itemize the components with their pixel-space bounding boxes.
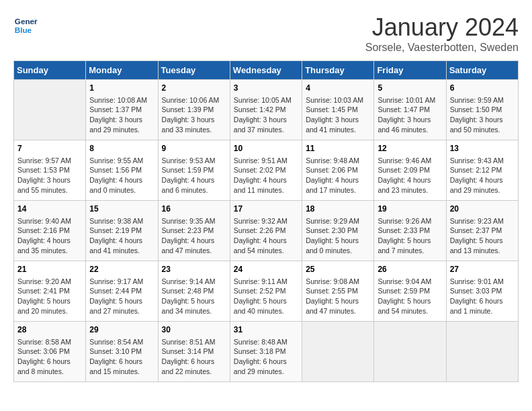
day-info: Sunrise: 9:04 AM Sunset: 2:59 PM Dayligh…: [378, 277, 442, 316]
day-info: Sunrise: 9:08 AM Sunset: 2:55 PM Dayligh…: [306, 277, 370, 316]
day-info: Sunrise: 9:40 AM Sunset: 2:16 PM Dayligh…: [17, 216, 82, 256]
svg-text:Blue: Blue: [15, 26, 32, 34]
header-friday: Friday: [374, 61, 446, 80]
day-info: Sunrise: 9:38 AM Sunset: 2:19 PM Dayligh…: [89, 216, 154, 256]
day-cell: 31Sunrise: 8:48 AM Sunset: 3:18 PM Dayli…: [230, 322, 302, 382]
day-cell: 29Sunrise: 8:54 AM Sunset: 3:10 PM Dayli…: [86, 322, 158, 382]
day-cell: 18Sunrise: 9:29 AM Sunset: 2:30 PM Dayli…: [302, 201, 374, 261]
day-info: Sunrise: 9:20 AM Sunset: 2:41 PM Dayligh…: [17, 277, 82, 316]
day-cell: 25Sunrise: 9:08 AM Sunset: 2:55 PM Dayli…: [302, 261, 374, 322]
day-cell: 9Sunrise: 9:53 AM Sunset: 1:59 PM Daylig…: [158, 140, 230, 201]
day-info: Sunrise: 10:05 AM Sunset: 1:42 PM Daylig…: [234, 95, 298, 135]
day-info: Sunrise: 9:43 AM Sunset: 2:12 PM Dayligh…: [450, 156, 515, 195]
day-info: Sunrise: 9:53 AM Sunset: 1:59 PM Dayligh…: [162, 156, 226, 195]
day-info: Sunrise: 9:01 AM Sunset: 3:03 PM Dayligh…: [450, 277, 515, 316]
day-number: 7: [17, 143, 82, 154]
day-cell: 20Sunrise: 9:23 AM Sunset: 2:37 PM Dayli…: [446, 201, 518, 261]
day-number: 16: [162, 203, 226, 215]
calendar-header: Sunday Monday Tuesday Wednesday Thursday…: [14, 61, 519, 80]
day-number: 15: [89, 203, 154, 215]
day-number: 5: [378, 83, 442, 94]
day-number: 24: [234, 264, 298, 275]
day-cell: [446, 322, 518, 382]
day-info: Sunrise: 10:06 AM Sunset: 1:39 PM Daylig…: [162, 95, 226, 135]
day-number: 12: [378, 143, 442, 154]
day-cell: 12Sunrise: 9:46 AM Sunset: 2:09 PM Dayli…: [374, 140, 446, 201]
title-area: January 2024 Sorsele, Vaesterbotten, Swe…: [365, 13, 519, 54]
header-wednesday: Wednesday: [230, 61, 302, 80]
day-number: 27: [450, 264, 515, 275]
day-info: Sunrise: 8:54 AM Sunset: 3:10 PM Dayligh…: [89, 337, 154, 377]
day-cell: 26Sunrise: 9:04 AM Sunset: 2:59 PM Dayli…: [374, 261, 446, 322]
day-info: Sunrise: 10:08 AM Sunset: 1:37 PM Daylig…: [89, 95, 154, 135]
day-cell: 19Sunrise: 9:26 AM Sunset: 2:33 PM Dayli…: [374, 201, 446, 261]
header-saturday: Saturday: [446, 61, 518, 80]
day-number: 4: [306, 83, 370, 94]
day-number: 14: [17, 203, 82, 215]
day-number: 3: [234, 83, 298, 94]
header-row: Sunday Monday Tuesday Wednesday Thursday…: [14, 61, 519, 80]
day-number: 1: [89, 83, 154, 94]
day-number: 17: [234, 203, 298, 215]
header-monday: Monday: [86, 61, 158, 80]
day-info: Sunrise: 9:48 AM Sunset: 2:06 PM Dayligh…: [306, 156, 370, 195]
header-sunday: Sunday: [14, 61, 86, 80]
day-cell: 28Sunrise: 8:58 AM Sunset: 3:06 PM Dayli…: [14, 322, 86, 382]
day-info: Sunrise: 9:11 AM Sunset: 2:52 PM Dayligh…: [234, 277, 298, 316]
day-info: Sunrise: 9:29 AM Sunset: 2:30 PM Dayligh…: [306, 216, 370, 256]
calendar-body: 1Sunrise: 10:08 AM Sunset: 1:37 PM Dayli…: [14, 80, 519, 382]
logo-icon: General Blue: [13, 13, 38, 38]
day-info: Sunrise: 8:58 AM Sunset: 3:06 PM Dayligh…: [17, 337, 82, 377]
day-number: 28: [17, 324, 82, 336]
calendar-title: January 2024: [365, 13, 519, 42]
day-cell: 27Sunrise: 9:01 AM Sunset: 3:03 PM Dayli…: [446, 261, 518, 322]
header-thursday: Thursday: [302, 61, 374, 80]
week-row-2: 7Sunrise: 9:57 AM Sunset: 1:53 PM Daylig…: [14, 140, 519, 201]
day-cell: 13Sunrise: 9:43 AM Sunset: 2:12 PM Dayli…: [446, 140, 518, 201]
day-cell: 7Sunrise: 9:57 AM Sunset: 1:53 PM Daylig…: [14, 140, 86, 201]
day-number: 6: [450, 83, 515, 94]
day-cell: [14, 80, 86, 140]
day-number: 11: [306, 143, 370, 154]
day-number: 13: [450, 143, 515, 154]
day-info: Sunrise: 9:51 AM Sunset: 2:02 PM Dayligh…: [234, 156, 298, 195]
day-number: 25: [306, 264, 370, 275]
day-info: Sunrise: 9:46 AM Sunset: 2:09 PM Dayligh…: [378, 156, 442, 195]
day-cell: [302, 322, 374, 382]
day-number: 18: [306, 203, 370, 215]
day-cell: 3Sunrise: 10:05 AM Sunset: 1:42 PM Dayli…: [230, 80, 302, 140]
day-info: Sunrise: 9:57 AM Sunset: 1:53 PM Dayligh…: [17, 156, 82, 195]
day-info: Sunrise: 8:51 AM Sunset: 3:14 PM Dayligh…: [162, 337, 226, 377]
day-cell: 30Sunrise: 8:51 AM Sunset: 3:14 PM Dayli…: [158, 322, 230, 382]
day-cell: 8Sunrise: 9:55 AM Sunset: 1:56 PM Daylig…: [86, 140, 158, 201]
week-row-3: 14Sunrise: 9:40 AM Sunset: 2:16 PM Dayli…: [14, 201, 519, 261]
day-info: Sunrise: 9:35 AM Sunset: 2:23 PM Dayligh…: [162, 216, 226, 256]
day-cell: 15Sunrise: 9:38 AM Sunset: 2:19 PM Dayli…: [86, 201, 158, 261]
week-row-5: 28Sunrise: 8:58 AM Sunset: 3:06 PM Dayli…: [14, 322, 519, 382]
day-info: Sunrise: 9:23 AM Sunset: 2:37 PM Dayligh…: [450, 216, 515, 256]
calendar-table: Sunday Monday Tuesday Wednesday Thursday…: [13, 60, 519, 382]
day-cell: 10Sunrise: 9:51 AM Sunset: 2:02 PM Dayli…: [230, 140, 302, 201]
header-tuesday: Tuesday: [158, 61, 230, 80]
day-number: 20: [450, 203, 515, 215]
day-cell: 1Sunrise: 10:08 AM Sunset: 1:37 PM Dayli…: [86, 80, 158, 140]
day-info: Sunrise: 9:17 AM Sunset: 2:44 PM Dayligh…: [89, 277, 154, 316]
day-number: 8: [89, 143, 154, 154]
day-info: Sunrise: 9:55 AM Sunset: 1:56 PM Dayligh…: [89, 156, 154, 195]
day-number: 29: [89, 324, 154, 336]
day-number: 10: [234, 143, 298, 154]
day-number: 31: [234, 324, 298, 336]
day-number: 30: [162, 324, 226, 336]
day-cell: 6Sunrise: 9:59 AM Sunset: 1:50 PM Daylig…: [446, 80, 518, 140]
day-cell: 11Sunrise: 9:48 AM Sunset: 2:06 PM Dayli…: [302, 140, 374, 201]
day-number: 21: [17, 264, 82, 275]
logo: General Blue: [13, 13, 38, 38]
day-info: Sunrise: 9:26 AM Sunset: 2:33 PM Dayligh…: [378, 216, 442, 256]
week-row-4: 21Sunrise: 9:20 AM Sunset: 2:41 PM Dayli…: [14, 261, 519, 322]
day-cell: 22Sunrise: 9:17 AM Sunset: 2:44 PM Dayli…: [86, 261, 158, 322]
day-cell: 21Sunrise: 9:20 AM Sunset: 2:41 PM Dayli…: [14, 261, 86, 322]
day-number: 23: [162, 264, 226, 275]
day-cell: 2Sunrise: 10:06 AM Sunset: 1:39 PM Dayli…: [158, 80, 230, 140]
day-cell: 17Sunrise: 9:32 AM Sunset: 2:26 PM Dayli…: [230, 201, 302, 261]
day-cell: 14Sunrise: 9:40 AM Sunset: 2:16 PM Dayli…: [14, 201, 86, 261]
